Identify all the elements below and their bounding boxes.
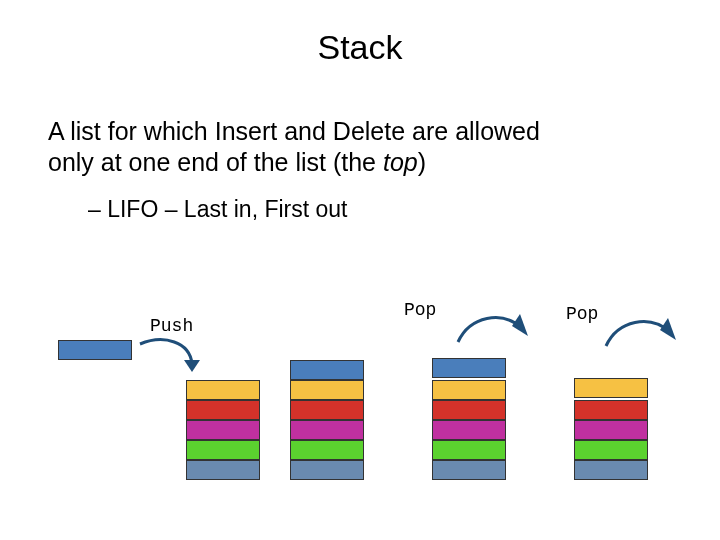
stack-block xyxy=(432,460,506,480)
pop-arrow-1-icon xyxy=(452,306,532,356)
svg-marker-0 xyxy=(184,360,200,372)
stack-block xyxy=(186,440,260,460)
pop-label-2: Pop xyxy=(566,304,598,324)
stack-block xyxy=(186,420,260,440)
stack-block xyxy=(290,460,364,480)
svg-marker-1 xyxy=(512,314,528,336)
stack-block xyxy=(432,420,506,440)
incoming-block xyxy=(58,340,132,360)
svg-marker-2 xyxy=(660,318,676,340)
popped-block xyxy=(432,358,506,378)
stack-block xyxy=(290,420,364,440)
definition-line1: A list for which Insert and Delete are a… xyxy=(48,117,540,145)
pop-label-1: Pop xyxy=(404,300,436,320)
stack-block xyxy=(574,420,648,440)
definition-top-word: top xyxy=(383,148,418,176)
definition-line2a: only at one end of the list (the xyxy=(48,148,383,176)
slide-title: Stack xyxy=(0,28,720,67)
stack-block xyxy=(186,460,260,480)
stack-block xyxy=(186,400,260,420)
pop-arrow-2-icon xyxy=(600,310,680,360)
stack-block xyxy=(186,380,260,400)
definition-line2b: ) xyxy=(418,148,426,176)
stack-block xyxy=(574,400,648,420)
stack-block xyxy=(290,360,364,380)
popped-block xyxy=(574,378,648,398)
lifo-bullet: – LIFO – Last in, First out xyxy=(88,196,348,223)
stack-block xyxy=(432,400,506,420)
stack-block xyxy=(574,460,648,480)
stack-block xyxy=(290,380,364,400)
definition-text: A list for which Insert and Delete are a… xyxy=(48,116,672,179)
stack-block xyxy=(290,400,364,420)
stack-block xyxy=(290,440,364,460)
stack-block xyxy=(432,380,506,400)
stack-block xyxy=(432,440,506,460)
stack-block xyxy=(574,440,648,460)
push-arrow-icon xyxy=(134,330,204,380)
